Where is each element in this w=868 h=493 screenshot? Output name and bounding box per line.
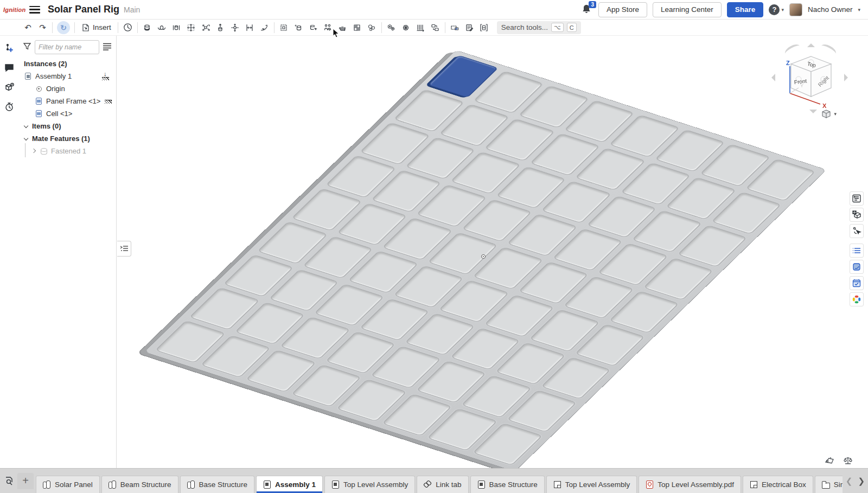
tree-row[interactable]: Cell <1> xyxy=(18,107,116,120)
tree-row[interactable]: Instances (2) xyxy=(18,57,116,70)
tree-chevron-icon[interactable] xyxy=(24,124,29,129)
cylindrical-mate-icon[interactable] xyxy=(213,21,228,35)
pin-slot-mate-icon[interactable] xyxy=(228,21,242,35)
document-tab[interactable]: Solar Panel xyxy=(36,476,100,493)
tab-type-icon xyxy=(477,481,486,489)
part-pattern-icon[interactable] xyxy=(365,21,379,35)
mate-icon[interactable] xyxy=(120,21,135,35)
tree-row[interactable]: Origin xyxy=(18,82,116,95)
document-tab[interactable]: Base Structure xyxy=(470,476,545,493)
tab-type-icon xyxy=(108,481,117,489)
tree-row[interactable]: Mate Features (1) xyxy=(18,132,116,145)
tab-type-icon xyxy=(263,481,271,489)
view-options-dropdown[interactable]: ▾ xyxy=(821,110,837,118)
comments-panel-icon[interactable] xyxy=(3,62,15,74)
tabs-scroll-left-icon[interactable]: ❮ xyxy=(846,476,853,486)
app-store-button[interactable]: App Store xyxy=(598,2,647,17)
edit-in-place-icon[interactable] xyxy=(306,21,321,35)
tree-chevron-icon[interactable] xyxy=(31,149,36,153)
add-tab-button[interactable]: + xyxy=(17,473,34,489)
revolute-mate-icon[interactable] xyxy=(155,21,169,35)
tree-item-icon xyxy=(35,85,43,93)
planar-mate-icon[interactable] xyxy=(184,21,199,35)
slider-mate-icon[interactable] xyxy=(169,21,184,35)
tree-item-label: Cell <1> xyxy=(46,110,72,118)
document-tab[interactable]: Electrical Box xyxy=(743,476,813,493)
part-list-icon[interactable] xyxy=(850,260,864,274)
document-tab[interactable]: Simulation xyxy=(815,476,843,493)
explode-select-icon[interactable] xyxy=(277,21,291,35)
document-tab[interactable]: Base Structure xyxy=(180,476,254,493)
3d-viewport[interactable]: Top Front Right Z X Y ▾ xyxy=(117,36,868,468)
axis-x-label: X xyxy=(822,103,827,109)
assembly-origin-marker[interactable] xyxy=(481,254,486,259)
redo-icon[interactable]: ↷ xyxy=(35,21,50,35)
configurations-icon[interactable] xyxy=(850,208,864,222)
tab-search-icon[interactable] xyxy=(2,474,16,488)
list-view-icon[interactable] xyxy=(103,42,112,53)
measure-tools xyxy=(825,456,853,467)
bom-icon[interactable] xyxy=(850,191,864,206)
help-menu[interactable]: ? ▾ xyxy=(769,4,784,15)
app-header: Ignition Solar Panel Rig Main 3 App Stor… xyxy=(0,0,868,20)
document-tabs: Solar Panel Beam Structure Base Structur… xyxy=(36,469,843,493)
feature-pattern-icon[interactable] xyxy=(291,21,306,35)
tab-label: Assembly 1 xyxy=(275,481,316,489)
tree-row[interactable]: Items (0) xyxy=(18,120,116,132)
tangent-mate-icon[interactable] xyxy=(257,21,272,35)
undo-icon[interactable]: ↶ xyxy=(21,21,35,35)
mass-properties-icon[interactable] xyxy=(843,456,853,467)
interference-check-icon[interactable] xyxy=(477,21,492,35)
tree-row[interactable]: Panel Frame <1> xyxy=(18,95,116,107)
exploded-view-icon[interactable] xyxy=(350,21,365,35)
tree-item-state-icon xyxy=(102,73,110,80)
tab-type-icon xyxy=(187,481,195,489)
parallel-mate-icon[interactable] xyxy=(242,21,257,35)
tree-item-state-icon xyxy=(105,99,112,104)
document-tab[interactable]: Beam Structure xyxy=(101,476,178,493)
tree-chevron-icon[interactable] xyxy=(24,136,29,141)
panel-frame-3d[interactable] xyxy=(144,50,827,468)
document-tab[interactable]: Top Level Assembly xyxy=(324,476,415,493)
notifications-bell-icon[interactable]: 3 xyxy=(581,4,593,16)
view-cube[interactable]: Top Front Right Z X Y ▾ xyxy=(770,40,852,121)
create-drawing-icon[interactable] xyxy=(448,21,462,35)
history-panel-icon[interactable] xyxy=(3,101,15,113)
add-instance-panel-icon[interactable] xyxy=(3,42,15,54)
motion-relation-icon[interactable] xyxy=(399,21,413,35)
tree-row[interactable]: Fastened 1 xyxy=(18,145,116,157)
rotate-view-icon[interactable]: ↻ xyxy=(57,21,70,34)
panel-collapse-handle[interactable] xyxy=(117,241,131,257)
tasks-icon[interactable] xyxy=(850,276,864,290)
workspace-name[interactable]: Main xyxy=(124,5,140,14)
sheet-metal-table-icon[interactable] xyxy=(462,21,477,35)
user-name[interactable]: Nacho Owner xyxy=(808,5,853,14)
share-button[interactable]: Share xyxy=(727,2,764,17)
search-tools-input[interactable]: Search tools... ⌥ C xyxy=(497,21,581,34)
tree-row[interactable]: Assembly 1 xyxy=(18,70,116,82)
parts-inspect-panel-icon[interactable] xyxy=(3,81,15,93)
snap-mode-icon[interactable] xyxy=(335,21,350,35)
document-tab[interactable]: Top Level Assembly.pdf xyxy=(639,476,741,493)
filter-icon[interactable] xyxy=(23,42,31,53)
measure-icon[interactable] xyxy=(825,456,834,467)
custom-table-icon[interactable] xyxy=(850,244,864,258)
filter-by-name-input[interactable] xyxy=(35,40,99,54)
rack-relation-icon[interactable] xyxy=(413,21,428,35)
avatar[interactable] xyxy=(789,3,802,16)
document-tab[interactable]: Top Level Assembly xyxy=(546,476,637,493)
learning-center-button[interactable]: Learning Center xyxy=(653,2,722,17)
app-store-app-icon[interactable] xyxy=(850,292,864,306)
named-positions-icon[interactable] xyxy=(850,224,864,238)
help-icon[interactable]: ? xyxy=(769,4,780,15)
document-tab[interactable]: Assembly 1 xyxy=(256,476,323,493)
gear-relation-icon[interactable] xyxy=(384,21,399,35)
fastened-mate-icon[interactable] xyxy=(140,21,155,35)
hamburger-menu-icon[interactable] xyxy=(29,6,40,14)
document-tab[interactable]: Link tab xyxy=(417,476,468,493)
replicate-icon[interactable] xyxy=(428,21,443,35)
tabs-scroll-right-icon[interactable]: ❯ xyxy=(858,476,865,486)
manage-positions-icon[interactable] xyxy=(321,21,335,35)
insert-button[interactable]: Insert xyxy=(77,21,116,35)
ball-mate-icon[interactable] xyxy=(199,21,213,35)
